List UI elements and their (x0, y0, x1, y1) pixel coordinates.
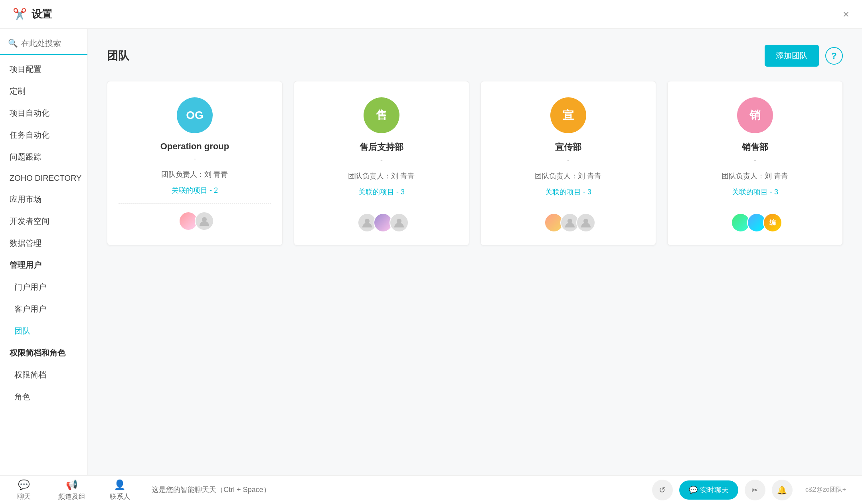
header-actions: 添加团队 ? (765, 45, 843, 67)
team-divider-she (305, 205, 458, 205)
team-members-xiao: 编 (731, 213, 779, 232)
sidebar-section-permissions: 权限简档和角色 (0, 342, 87, 364)
add-team-button[interactable]: 添加团队 (765, 45, 819, 67)
team-name-she: 售后支持部 (360, 141, 403, 153)
search-bar: 🔍 (0, 35, 87, 55)
contacts-nav-icon: 👤 (114, 479, 126, 490)
member-avatar: 编 (763, 213, 782, 232)
team-projects-xiao[interactable]: 关联的项目 - 3 (732, 187, 778, 197)
sidebar-item-teams[interactable]: 团队 (0, 320, 87, 342)
team-owner-og: 团队负责人：刘 青青 (161, 170, 228, 179)
team-card-she[interactable]: 售 售后支持部 - 团队负责人：刘 青青 关联的项目 - 3 (294, 81, 469, 245)
search-input[interactable] (21, 39, 79, 48)
member-avatar-placeholder (576, 213, 595, 232)
close-button[interactable]: × (843, 9, 849, 20)
chat-nav-label: 聊天 (17, 492, 31, 501)
team-dash-she: - (380, 156, 383, 165)
team-projects-xuan[interactable]: 关联的项目 - 3 (545, 187, 591, 197)
chat-input-area (144, 486, 652, 494)
title-bar-left: ✂️ 设置 (13, 7, 52, 21)
sidebar-item-issue-tracking[interactable]: 问题跟踪 (0, 146, 87, 168)
bottom-nav-chat[interactable]: 💬 聊天 (0, 476, 48, 504)
sidebar-item-app-market[interactable]: 应用市场 (0, 188, 87, 210)
team-owner-she: 团队负责人：刘 青青 (348, 171, 415, 181)
sidebar-item-client-users[interactable]: 客户用户 (0, 298, 87, 320)
channels-nav-icon: 📢 (66, 479, 78, 490)
team-card-xiao[interactable]: 销 销售部 - 团队负责人：刘 青青 关联的项目 - 3 编 (667, 81, 843, 245)
bottom-nav-channels[interactable]: 📢 频道及组 (48, 476, 96, 504)
sidebar-item-dev-space[interactable]: 开发者空间 (0, 210, 87, 232)
settings-icon: ✂️ (13, 8, 27, 21)
sidebar-item-zoho-directory[interactable]: ZOHO DIRECTORY (0, 168, 87, 188)
chat-nav-icon: 💬 (18, 479, 30, 490)
team-dash-xiao: - (754, 156, 756, 165)
team-members-she (358, 213, 405, 232)
team-card-og[interactable]: OG Operation group - 团队负责人：刘 青青 关联的项目 - … (107, 81, 283, 245)
team-name-xuan: 宣传部 (555, 141, 581, 153)
sidebar-item-data-management[interactable]: 数据管理 (0, 232, 87, 254)
help-button[interactable]: ? (825, 47, 843, 65)
user-info: c&2@zo团队+ (799, 486, 852, 494)
team-dash-xuan: - (567, 156, 569, 165)
team-projects-og[interactable]: 关联的项目 - 2 (172, 186, 218, 195)
team-members-og (179, 211, 211, 231)
team-members-xuan (544, 213, 592, 232)
team-card-xuan[interactable]: 宣 宣传部 - 团队负责人：刘 青青 关联的项目 - 3 (480, 81, 656, 245)
team-projects-she[interactable]: 关联的项目 - 3 (358, 187, 405, 197)
page-header: 团队 添加团队 ? (107, 45, 843, 67)
member-avatar-placeholder (195, 211, 214, 231)
sidebar-item-task-automation[interactable]: 任务自动化 (0, 124, 87, 146)
main-layout: 🔍 项目配置 定制 项目自动化 任务自动化 问题跟踪 ZOHO DIRECTOR… (0, 29, 862, 475)
title-bar: ✂️ 设置 × (0, 0, 862, 29)
content-area: 团队 添加团队 ? OG Operation group - 团队负责人：刘 青… (88, 29, 862, 475)
sidebar-item-project-automation[interactable]: 项目自动化 (0, 102, 87, 124)
chat-input[interactable] (152, 486, 644, 494)
team-avatar-she: 售 (364, 97, 399, 133)
bottom-bar: 💬 聊天 📢 频道及组 👤 联系人 ↺ 💬 实时聊天 ✂ 🔔 c&2@zo团队 (0, 475, 862, 504)
team-owner-xuan: 团队负责人：刘 青青 (535, 171, 601, 181)
team-name-og: Operation group (160, 141, 229, 152)
teams-grid: OG Operation group - 团队负责人：刘 青青 关联的项目 - … (107, 81, 843, 245)
realtime-chat-icon: 💬 (689, 486, 698, 494)
team-divider-xiao (679, 205, 831, 205)
channels-nav-label: 频道及组 (58, 492, 85, 501)
sidebar-item-customize[interactable]: 定制 (0, 80, 87, 102)
sidebar-item-permission-profiles[interactable]: 权限简档 (0, 364, 87, 386)
search-icon: 🔍 (8, 38, 18, 48)
history-button[interactable]: ↺ (652, 480, 673, 500)
bottom-nav-contacts[interactable]: 👤 联系人 (96, 476, 144, 504)
team-divider-xuan (492, 205, 645, 205)
sidebar-item-project-config[interactable]: 项目配置 (0, 58, 87, 80)
sidebar-item-portal-users[interactable]: 门户用户 (0, 276, 87, 298)
team-divider-og (119, 203, 271, 204)
bell-button[interactable]: 🔔 (772, 480, 793, 500)
team-name-xiao: 销售部 (742, 141, 768, 153)
team-owner-xiao: 团队负责人：刘 青青 (722, 171, 788, 181)
realtime-chat-button[interactable]: 💬 实时聊天 (679, 480, 738, 500)
mute-button[interactable]: ✂ (745, 480, 765, 500)
team-dash-og: - (194, 155, 196, 163)
app-window: ✂️ 设置 × 🔍 项目配置 定制 项目自动化 任务自动化 问题跟踪 ZOHO … (0, 0, 862, 504)
team-avatar-xiao: 销 (737, 97, 773, 133)
team-avatar-xuan: 宣 (550, 97, 586, 133)
contacts-nav-label: 联系人 (110, 492, 130, 501)
page-title: 团队 (107, 48, 129, 63)
sidebar-section-manage-users: 管理用户 (0, 254, 87, 276)
window-title: 设置 (32, 7, 52, 21)
bottom-actions: ↺ 💬 实时聊天 ✂ 🔔 c&2@zo团队+ (652, 480, 862, 500)
bottom-nav: 💬 聊天 📢 频道及组 👤 联系人 (0, 476, 144, 504)
member-avatar-placeholder (389, 213, 409, 232)
team-avatar-og: OG (177, 97, 213, 133)
realtime-chat-label: 实时聊天 (700, 485, 729, 495)
sidebar: 🔍 项目配置 定制 项目自动化 任务自动化 问题跟踪 ZOHO DIRECTOR… (0, 29, 88, 475)
sidebar-item-roles[interactable]: 角色 (0, 386, 87, 408)
